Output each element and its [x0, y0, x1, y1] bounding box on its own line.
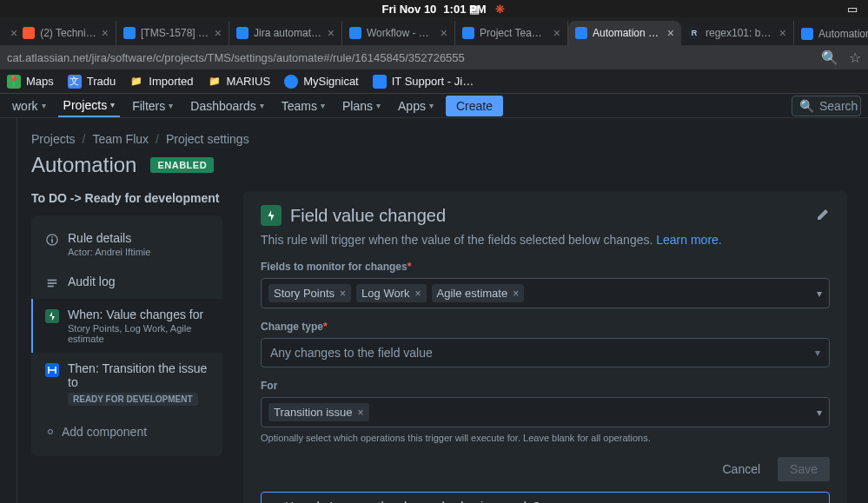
browser-tab[interactable]: Project Team Fl… ×: [455, 21, 568, 45]
url-text[interactable]: cat.atlassian.net/jira/software/c/projec…: [7, 51, 821, 64]
rule-item-subtitle: Story Points, Log Work, Agile estimate: [68, 323, 210, 344]
nav-filters[interactable]: Filters▾: [127, 96, 178, 116]
breadcrumb: Projects / Team Flux / Project settings: [31, 132, 847, 146]
rule-item-title: Then: Transition the issue to: [68, 361, 210, 389]
create-button[interactable]: Create: [446, 96, 503, 116]
bookmark-it-support[interactable]: IT Support - Ji…: [373, 75, 474, 89]
browser-tab[interactable]: [TMS-1578] test ×: [116, 21, 229, 45]
bookmark-mysignicat[interactable]: MySignicat: [284, 75, 359, 89]
star-icon[interactable]: ☆: [849, 50, 861, 66]
tab-title: Jira automation: [254, 27, 322, 39]
bookmark-folder-marius[interactable]: 📁 MARIUS: [208, 75, 271, 89]
for-operations-input[interactable]: Transition issue× ▾: [261, 397, 830, 427]
browser-tab[interactable]: Workflow - Sign… ×: [342, 21, 455, 45]
remove-chip-icon[interactable]: ×: [340, 288, 346, 300]
search-placeholder: Search: [819, 99, 858, 113]
bookmark-maps[interactable]: 📍 Maps: [7, 75, 54, 89]
trigger-icon: [261, 205, 282, 226]
config-panel: Field value changed This rule will trigg…: [243, 191, 847, 503]
fields-to-monitor-input[interactable]: Story Points× Log Work× Agile estimate× …: [261, 278, 830, 308]
browser-tab[interactable]: Automation rule: [794, 23, 868, 45]
accordion-title: How do I access the changed value in my …: [285, 500, 540, 503]
close-icon[interactable]: ×: [215, 26, 222, 40]
breadcrumb-settings[interactable]: Project settings: [166, 132, 249, 146]
chevron-down-icon: ▾: [260, 101, 264, 110]
remove-chip-icon[interactable]: ×: [415, 288, 421, 300]
cancel-button[interactable]: Cancel: [712, 457, 771, 481]
breadcrumb-team[interactable]: Team Flux: [92, 132, 149, 146]
breadcrumb-projects[interactable]: Projects: [31, 132, 76, 146]
save-button[interactable]: Save: [778, 457, 830, 481]
zoom-icon[interactable]: 🔍: [821, 50, 838, 66]
browser-tab[interactable]: R regex101: build… ×: [681, 21, 794, 45]
bookmark-folder-imported[interactable]: 📁 Imported: [129, 75, 193, 89]
rule-item-subtitle: Actor: Andrei Iftimie: [68, 247, 210, 257]
favicon: [123, 27, 136, 39]
change-type-select[interactable]: Any changes to the field value ▾: [261, 338, 830, 367]
accordion-toggle[interactable]: ▾ How do I access the changed value in m…: [272, 500, 818, 503]
for-label: For: [261, 380, 830, 392]
close-icon[interactable]: ×: [667, 26, 674, 40]
helper-text: Optionally select which operations this …: [261, 433, 830, 443]
close-icon[interactable]: ×: [102, 26, 109, 40]
remove-chip-icon[interactable]: ×: [513, 288, 519, 300]
trigger-icon: [45, 309, 59, 323]
rule-item-when[interactable]: When: Value changes for Story Points, Lo…: [31, 299, 222, 353]
nav-dashboards[interactable]: Dashboards▾: [185, 96, 269, 116]
tab-title: regex101: build…: [706, 27, 774, 39]
rule-item-title: Audit log: [68, 275, 210, 288]
bookmark-tradu[interactable]: 文 Tradu: [68, 75, 116, 89]
config-title: Field value changed: [290, 206, 807, 226]
svg-rect-3: [48, 280, 57, 281]
close-icon[interactable]: ×: [10, 26, 17, 40]
nav-teams[interactable]: Teams▾: [276, 96, 330, 116]
dot-icon: [48, 429, 53, 434]
menubar-app-icon[interactable]: ▦: [469, 3, 480, 16]
rule-item-then[interactable]: Then: Transition the issue to READY FOR …: [31, 353, 222, 414]
close-icon[interactable]: ×: [441, 26, 447, 40]
status-badge: READY FOR DEVELOPMENT: [68, 393, 198, 406]
search-icon: 🔍: [799, 99, 814, 113]
rule-item-audit[interactable]: Audit log: [31, 266, 222, 299]
jira-icon: [373, 75, 387, 89]
enabled-badge: ENABLED: [150, 157, 214, 173]
collapsed-sidebar[interactable]: [0, 118, 17, 503]
add-component-label: Add component: [62, 425, 147, 439]
nav-apps[interactable]: Apps▾: [393, 96, 439, 116]
chevron-down-icon: ▾: [272, 500, 278, 503]
add-component-button[interactable]: Add component: [31, 414, 222, 449]
rule-item-details[interactable]: Rule details Actor: Andrei Iftimie: [31, 222, 222, 266]
chevron-down-icon: ▾: [110, 100, 115, 109]
menubar-tray-icon[interactable]: ▭: [847, 3, 858, 16]
browser-tab[interactable]: × (2) Technical Co… ×: [3, 21, 116, 45]
favicon: [575, 27, 587, 39]
address-bar[interactable]: cat.atlassian.net/jira/software/c/projec…: [0, 45, 868, 69]
favicon: R: [688, 27, 700, 39]
info-icon: [45, 233, 59, 247]
browser-tab[interactable]: Jira automation ×: [229, 21, 342, 45]
menubar-app-icon-2[interactable]: ❋: [495, 3, 505, 16]
nav-projects[interactable]: Projects▾: [58, 95, 121, 117]
nav-work[interactable]: work▾: [7, 96, 51, 116]
help-accordion: ▾ How do I access the changed value in m…: [261, 492, 830, 503]
remove-chip-icon[interactable]: ×: [358, 407, 364, 419]
bookmark-label: Imported: [149, 75, 193, 88]
branch-icon: [45, 363, 59, 377]
close-icon[interactable]: ×: [553, 26, 560, 40]
search-input[interactable]: 🔍 Search: [792, 96, 861, 116]
tab-title: Workflow - Sign…: [367, 27, 435, 39]
close-icon[interactable]: ×: [328, 26, 335, 40]
config-description: This rule will trigger when the value of…: [261, 233, 830, 247]
app-icon: [284, 75, 298, 89]
edit-icon[interactable]: [816, 208, 830, 224]
learn-more-link[interactable]: Learn more.: [656, 233, 721, 247]
chevron-down-icon[interactable]: ▾: [817, 288, 822, 300]
nav-plans[interactable]: Plans▾: [337, 96, 386, 116]
close-icon[interactable]: ×: [779, 26, 786, 40]
page-title: Automation: [31, 153, 136, 177]
browser-tab-active[interactable]: Automation - Ji… ×: [568, 21, 681, 45]
svg-rect-5: [48, 286, 54, 288]
svg-rect-6: [45, 309, 59, 323]
chevron-down-icon[interactable]: ▾: [817, 407, 822, 419]
rule-steps-card: Rule details Actor: Andrei Iftimie Audit…: [31, 215, 222, 456]
